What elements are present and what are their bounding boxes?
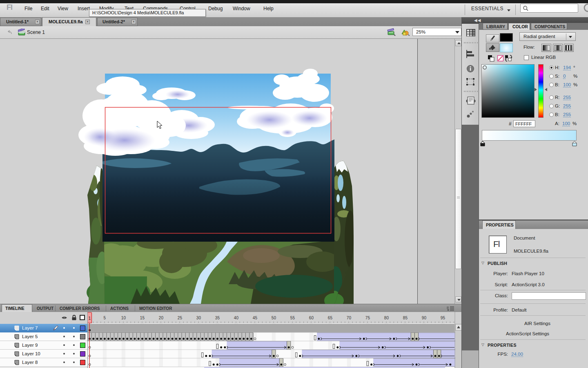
- svg-text:70: 70: [347, 316, 352, 320]
- svg-text:95: 95: [441, 316, 445, 320]
- svg-text:15: 15: [140, 316, 145, 320]
- svg-text:30: 30: [196, 316, 201, 320]
- svg-text:75: 75: [365, 316, 370, 320]
- svg-text:90: 90: [422, 316, 427, 320]
- svg-text:10: 10: [121, 316, 126, 320]
- svg-text:80: 80: [384, 316, 389, 320]
- svg-text:20: 20: [159, 316, 164, 320]
- svg-text:1: 1: [88, 316, 91, 321]
- svg-text:40: 40: [234, 316, 239, 320]
- svg-text:65: 65: [328, 316, 333, 320]
- svg-text:35: 35: [215, 316, 220, 320]
- svg-text:5: 5: [104, 316, 106, 320]
- svg-text:45: 45: [253, 316, 258, 320]
- svg-text:60: 60: [309, 316, 314, 320]
- svg-text:50: 50: [272, 316, 276, 320]
- svg-text:85: 85: [403, 316, 408, 320]
- svg-text:25: 25: [178, 316, 183, 320]
- svg-text:55: 55: [290, 316, 295, 320]
